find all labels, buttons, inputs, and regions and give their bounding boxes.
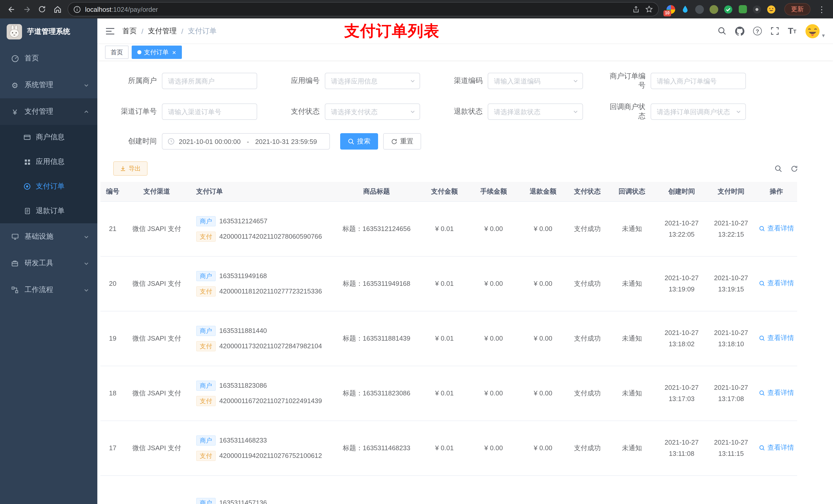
notify-status-select[interactable] — [651, 103, 746, 120]
merchant-input[interactable] — [162, 73, 257, 89]
browser-menu-icon[interactable]: ⋮ — [814, 2, 829, 16]
sidebar-item-app-info[interactable]: 应用信息 — [0, 149, 97, 174]
column-id: 编号 — [100, 182, 125, 201]
channel-order-no-input[interactable] — [162, 103, 257, 120]
app-logo-row[interactable]: 芋道管理系统 — [0, 19, 97, 45]
share-icon[interactable] — [632, 5, 640, 13]
pin-extension-icon[interactable] — [752, 4, 762, 14]
address-bar[interactable]: localhost:1024/pay/order — [68, 2, 659, 16]
order-tag: 商户 — [196, 498, 216, 504]
filter-merchant: 所属商户 — [116, 73, 279, 89]
avatar — [805, 23, 820, 39]
view-detail-link[interactable]: 查看详情 — [759, 334, 794, 343]
pay-channel-cell: 微信 JSAPI 支付 — [125, 421, 189, 475]
extensions-grid-icon[interactable]: 10 — [666, 4, 676, 14]
collapse-sidebar-icon[interactable] — [105, 27, 115, 35]
sidebar-item-dev-tools[interactable]: 研发工具 — [0, 250, 97, 277]
pay-order-cell: 商户1635311823086支付42000011672021102710224… — [189, 366, 333, 421]
search-button[interactable]: 搜索 — [340, 133, 378, 149]
pay-status-cell: 支付成功 — [568, 256, 607, 311]
fee-amount-cell: ¥ 0.00 — [469, 366, 519, 421]
url-text: localhost:1024/pay/order — [85, 5, 628, 13]
sidebar-item-infra[interactable]: 基础设施 — [0, 223, 97, 250]
tab-home[interactable]: 首页 — [105, 46, 128, 59]
refund-status-select[interactable] — [488, 103, 583, 120]
home-icon[interactable] — [50, 2, 65, 16]
back-icon[interactable] — [4, 2, 19, 16]
site-info-icon[interactable] — [73, 5, 81, 13]
sidebar-item-pay-order[interactable]: 支付订单 — [0, 174, 97, 199]
view-detail-link[interactable]: 查看详情 — [759, 443, 794, 453]
order-id-cell: 18 — [100, 366, 125, 421]
fee-amount-cell: ¥ 0.00 — [469, 201, 519, 256]
pay-status-cell: 支付成功 — [568, 311, 607, 366]
browser-update-button[interactable]: 更新 — [784, 3, 810, 15]
notify-status-cell: 未通知 — [607, 256, 657, 311]
bookmark-star-icon[interactable] — [645, 5, 653, 13]
filter-label: 所属商户 — [116, 76, 162, 86]
column-title: 商品标题 — [333, 182, 420, 201]
tab-pay-order[interactable]: 支付订单 × — [132, 46, 182, 59]
water-drop-extension-icon[interactable] — [680, 4, 690, 14]
pay-channel-cell: 微信 JSAPI 支付 — [125, 201, 189, 256]
pay-channel-cell — [125, 475, 189, 504]
github-icon[interactable] — [735, 26, 744, 35]
export-button[interactable]: 导出 — [113, 161, 147, 176]
product-title-cell: 标题：1635311823086 — [333, 366, 420, 421]
view-detail-link[interactable]: 查看详情 — [759, 224, 794, 233]
channel-code-select[interactable] — [488, 73, 583, 89]
order-number: 1635311881440 — [219, 327, 267, 334]
reset-button[interactable]: 重置 — [383, 133, 421, 149]
column-create-time: 创建时间 — [657, 182, 707, 201]
view-detail-link[interactable]: 查看详情 — [759, 388, 794, 398]
pay-time-cell: 2021-10-2713:17:08 — [707, 366, 756, 421]
order-number: 1635311457136 — [219, 499, 267, 504]
green-check-extension-icon[interactable] — [723, 4, 733, 14]
table-row: 18微信 JSAPI 支付商户1635311823086支付4200001167… — [100, 366, 797, 421]
breadcrumb-current: 支付订单 — [188, 26, 217, 35]
olive-circle-extension-icon[interactable] — [709, 4, 719, 14]
create-time-range-picker[interactable]: 2021-10-01 00:00:00 - 2021-10-31 23:59:5… — [162, 133, 330, 149]
green-square-extension-icon[interactable] — [738, 4, 747, 14]
emoji-extension-icon[interactable] — [766, 4, 776, 14]
table-row: 20微信 JSAPI 支付商户1635311949168支付4200001181… — [100, 256, 797, 311]
pay-channel-cell: 微信 JSAPI 支付 — [125, 256, 189, 311]
pay-status-select[interactable] — [325, 103, 420, 120]
sidebar-item-workflow[interactable]: 工作流程 — [0, 277, 97, 303]
sidebar-item-pay[interactable]: ¥ 支付管理 — [0, 98, 97, 125]
create-time-cell — [657, 475, 707, 504]
sidebar-item-label: 退款订单 — [36, 207, 65, 216]
user-menu[interactable]: ▾ — [805, 23, 825, 39]
view-detail-link[interactable]: 查看详情 — [759, 279, 794, 288]
forward-icon[interactable] — [20, 2, 34, 16]
filter-label: 渠道订单号 — [116, 107, 162, 116]
filter-channel-order-no: 渠道订单号 — [116, 103, 279, 120]
page-annotation: 支付订单列表 — [344, 21, 439, 42]
sidebar: 芋道管理系统 首页 ⚙ 系统管理 ¥ — [0, 19, 97, 504]
pay-time-cell: 2021-10-2713:19:15 — [707, 256, 756, 311]
sidebar-item-home[interactable]: 首页 — [0, 45, 97, 72]
sidebar-item-refund-order[interactable]: 退款订单 — [0, 199, 97, 223]
pay-amount-cell: ¥ 0.01 — [420, 311, 469, 366]
pay-order-cell: 商户1635312124657支付42000011742021102780605… — [189, 201, 333, 256]
order-tag: 支付 — [196, 286, 216, 296]
order-number: 1635311823086 — [219, 382, 267, 389]
toggle-search-icon[interactable] — [775, 165, 782, 172]
fullscreen-icon[interactable] — [770, 27, 779, 35]
merchant-order-no-input[interactable] — [651, 73, 746, 89]
refresh-icon[interactable] — [790, 165, 798, 172]
tab-close-icon[interactable]: × — [172, 49, 176, 55]
search-icon[interactable] — [718, 27, 727, 35]
dark-circle-extension-icon[interactable] — [695, 4, 705, 14]
sidebar-menu: 首页 ⚙ 系统管理 ¥ 支付管理 — [0, 45, 97, 303]
breadcrumb-home[interactable]: 首页 — [122, 26, 137, 35]
sidebar-item-merchant-info[interactable]: 商户信息 — [0, 125, 97, 149]
help-icon[interactable]: ? — [753, 27, 762, 35]
tab-label: 支付订单 — [144, 48, 169, 56]
breadcrumb-section[interactable]: 支付管理 — [148, 26, 177, 35]
font-size-icon[interactable]: TT — [788, 27, 796, 35]
sidebar-item-system[interactable]: ⚙ 系统管理 — [0, 72, 97, 98]
reload-icon[interactable] — [35, 2, 49, 16]
app-select[interactable] — [325, 73, 420, 89]
order-tag: 商户 — [196, 435, 216, 446]
